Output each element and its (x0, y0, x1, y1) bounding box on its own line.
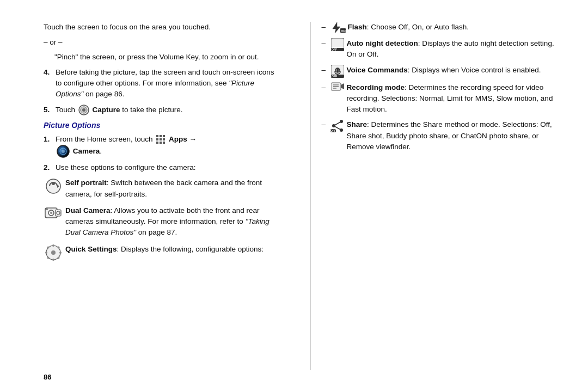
intro-line1: Touch the screen to focus on the area yo… (44, 22, 278, 33)
svg-point-31 (58, 256, 60, 259)
svg-text:OFF: OFF (341, 29, 346, 33)
option-quick-settings-text: Quick Settings: Displays the following, … (65, 244, 278, 255)
step-5: 5. Touch Capture to take the picture. (44, 105, 278, 115)
step5-content: Touch Capture to take the picture. (56, 105, 182, 115)
flash-icon: OFF (330, 22, 346, 34)
svg-rect-6 (156, 138, 158, 140)
svg-line-55 (335, 122, 340, 125)
option-self-portrait: Self portrait: Switch between the back c… (44, 177, 278, 200)
svg-text:OFF: OFF (332, 75, 337, 78)
svg-point-26 (52, 244, 54, 247)
voice-commands-text: Voice Commands: Displays when Voice cont… (347, 65, 556, 76)
camera-icon (57, 145, 70, 158)
svg-point-17 (52, 182, 55, 185)
svg-point-2 (82, 108, 85, 112)
page: Touch the screen to focus on the area yo… (0, 0, 588, 392)
option-quick-settings: Quick Settings: Displays the following, … (44, 244, 278, 261)
svg-point-27 (52, 259, 54, 261)
voice-commands-icon: OFF (330, 65, 345, 78)
step1-content: From the Home screen, touch Apps → (56, 134, 197, 158)
svg-rect-7 (160, 138, 162, 140)
dash-item-share: – OFF Share: Determines the Share method… (322, 119, 556, 152)
step-4: 4. Before taking the picture, tap the sc… (44, 67, 278, 100)
svg-point-20 (50, 212, 52, 214)
svg-point-32 (47, 256, 50, 259)
svg-point-30 (47, 246, 50, 248)
step-2: 2. Use these options to configure the ca… (44, 162, 278, 173)
svg-point-54 (340, 128, 343, 132)
step4-num: 4. (44, 67, 56, 100)
svg-point-53 (332, 124, 335, 127)
share-text: Share: Determines the Share method or mo… (347, 119, 556, 152)
or-line: – or – (44, 37, 278, 48)
step-1: 1. From the Home screen, touch Apps → (44, 134, 278, 158)
option-dual-camera-text: Dual Camera: Allows you to activate both… (65, 205, 278, 238)
step2-num: 2. (44, 162, 56, 173)
right-column: – OFF Flash: Choose Off, On, or Auto fla… (310, 22, 556, 370)
flash-text: Flash: Choose Off, On, or Auto flash. (348, 22, 556, 33)
svg-rect-10 (160, 142, 162, 144)
apps-grid-icon (156, 134, 166, 144)
svg-point-25 (51, 250, 56, 255)
step4-content: Before taking the picture, tap the scree… (56, 67, 278, 100)
recording-mode-icon (330, 82, 345, 93)
self-portrait-icon (44, 178, 63, 194)
option-dual-camera: Dual Camera: Allows you to activate both… (44, 205, 278, 238)
recording-mode-text: Recording mode: Determines the recording… (347, 82, 556, 115)
svg-point-52 (340, 120, 343, 123)
step1-num: 1. (44, 134, 56, 158)
dual-camera-icon (44, 206, 63, 221)
svg-rect-4 (160, 135, 162, 137)
svg-text:OFF: OFF (332, 48, 337, 51)
dash-item-voice-commands: – OFF Voice Commands: Displays when Voic… (322, 65, 556, 78)
svg-point-33 (58, 246, 60, 248)
svg-rect-3 (156, 135, 158, 137)
capture-icon (78, 105, 89, 115)
auto-night-text: Auto night detection: Displays the auto … (347, 38, 556, 60)
option-self-portrait-text: Self portrait: Switch between the back c… (65, 177, 278, 200)
svg-point-28 (45, 252, 47, 254)
left-column: Touch the screen to focus on the area yo… (44, 22, 289, 370)
svg-point-29 (59, 252, 62, 254)
svg-marker-34 (333, 22, 340, 33)
intro-line3: "Pinch" the screen, or press the Volume … (54, 52, 278, 63)
step5-num: 5. (44, 105, 56, 115)
svg-marker-48 (341, 83, 344, 89)
section-title-picture-options: Picture Options (44, 121, 278, 130)
svg-rect-8 (163, 138, 165, 140)
share-icon: OFF (330, 119, 345, 132)
step2-text: Use these options to configure the camer… (56, 162, 195, 173)
page-number: 86 (44, 373, 51, 381)
svg-point-14 (62, 150, 65, 153)
dash-item-recording-mode: – Recording mode: Determines the recordi… (322, 82, 556, 115)
quick-settings-icon (44, 244, 63, 261)
dash-item-flash: – OFF Flash: Choose Off, On, or Auto fla… (322, 22, 556, 34)
svg-rect-9 (156, 142, 158, 144)
svg-rect-42 (336, 68, 339, 72)
svg-rect-11 (163, 142, 165, 144)
svg-rect-21 (46, 209, 48, 210)
dash-item-auto-night: – OFF Auto night detection: Displays the… (322, 38, 556, 60)
svg-rect-5 (163, 135, 165, 137)
svg-text:OFF: OFF (330, 129, 336, 132)
auto-night-icon: OFF (330, 38, 345, 51)
